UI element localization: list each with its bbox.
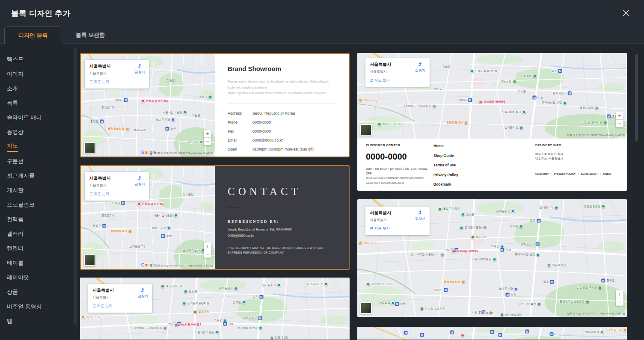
- map-pin-icon: [519, 126, 523, 129]
- map-pin-icon: [175, 323, 178, 326]
- map-label: 남산골 한옥마을: [582, 121, 607, 124]
- footer-menu-item: Home: [433, 144, 458, 148]
- map-label: 종로M: [530, 219, 540, 222]
- map-label: 서울시립미술관: [163, 110, 187, 114]
- contact-row-label: Open: [228, 147, 252, 151]
- design-card-map-contact[interactable]: 냉천동서대문M아트리움 바비엥2서울시립미술관충정로2가덕수궁길충정로M중림창설…: [80, 165, 350, 270]
- sidebar-item-7[interactable]: 지도: [0, 139, 79, 154]
- contact-row-value: 0000-0000: [252, 120, 271, 124]
- design-card-map-full[interactable]: 월암근린공원경희궁광화문광장인사동거리종묘광장공원청계천종로M돈의문박물관마을정…: [357, 199, 627, 317]
- tab-block-archive[interactable]: 블록 보관함: [62, 27, 119, 44]
- map-preview: MMMMMMM명동대성당사랑방칼국수: [357, 327, 627, 340]
- design-card-map-showroom[interactable]: 냉천동충정로1가정동길서대문M아트리움 바비엥2서울시립미술관덕수궁충정로2가충…: [80, 53, 350, 157]
- contact-row-value: 0000@0000.co.kr: [252, 138, 283, 142]
- tab-design-blocks[interactable]: 디자인 블록: [4, 27, 62, 44]
- sidebar-item-14[interactable]: 캘린더: [0, 241, 79, 256]
- sidebar-item-6[interactable]: 동영상: [0, 125, 79, 139]
- paragraph-line: Fusce mattis dictum orci, ac tincidunt m…: [228, 80, 329, 89]
- map-label: 봉래동1가: [134, 128, 146, 132]
- sidebar-item-16[interactable]: 레이아웃: [0, 270, 79, 285]
- sidebar-item-12[interactable]: 컨택폼: [0, 212, 79, 227]
- directions-icon: [417, 210, 423, 216]
- map-label: 남대문로5가: [129, 244, 145, 248]
- sidebar-item-4[interactable]: 목록: [0, 96, 79, 110]
- map-label: 청계천: [232, 300, 246, 304]
- sidebar-item-1[interactable]: 텍스트: [0, 52, 79, 67]
- map-label-text: 손기정 체육공원: [425, 307, 445, 310]
- sidebar-item-10[interactable]: 게시판: [0, 183, 79, 198]
- sidebar-item-3[interactable]: 소개: [0, 81, 79, 96]
- represented-by-label: REPRESENTED BY:: [228, 219, 336, 224]
- sidebar-item-15[interactable]: 테이블: [0, 256, 79, 270]
- metro-icon: M: [601, 278, 605, 282]
- map-label-text: 청계천: [523, 74, 532, 78]
- map-label: 정동공원: [500, 80, 516, 83]
- close-button[interactable]: [619, 6, 633, 21]
- sidebar-item-19[interactable]: 탭: [0, 314, 79, 328]
- map-zoom-control: +−: [204, 242, 211, 258]
- park-icon: [324, 282, 328, 286]
- sidebar-scrollbar[interactable]: [74, 48, 77, 325]
- map-label: 헤비사이드: [81, 315, 100, 319]
- map-label-text: 남산골 한옥마을: [582, 121, 602, 124]
- sidebar-item-18[interactable]: 비주얼 동영상: [0, 299, 79, 314]
- sidebar-item-label: 구분선: [7, 157, 24, 165]
- map-label: M: [450, 331, 454, 334]
- map-pin-icon: [471, 69, 474, 73]
- directions-block: 길찾기: [138, 287, 148, 300]
- map-label-text: 경기대학교 서울캠퍼스: [134, 326, 162, 330]
- map-label-text: 인사동거리: [262, 283, 276, 287]
- sidebar-item-9[interactable]: 최근게시물: [0, 169, 79, 183]
- metro-icon: M: [103, 224, 107, 228]
- design-card-map-strip[interactable]: MMMMMMM명동대성당사랑방칼국수: [357, 327, 627, 340]
- map-pin-icon: [441, 253, 444, 256]
- directions-icon: [417, 62, 423, 67]
- map-pin-icon: [600, 330, 604, 334]
- map-preview: 교남동돈의문박물관마을정동공원청계천종로M냉천동서대문M아트리움 바비엥2경기대…: [357, 53, 627, 139]
- map-label-text: 아트리움 바비엥2: [142, 202, 164, 206]
- map-label: 영수어린이공원: [367, 282, 391, 286]
- sidebar-item-17[interactable]: 상품: [0, 285, 79, 299]
- view-larger-map-link: 큰 지도 보기: [89, 192, 145, 197]
- map-label-text: 정동길: [166, 79, 175, 83]
- sidebar-item-5[interactable]: 슬라이드 배너: [0, 110, 79, 125]
- sidebar-item-11[interactable]: 프로필링크: [0, 198, 79, 212]
- sidebar-item-label: 레이아웃: [7, 274, 29, 281]
- contact-row-value: 0000-0000: [252, 129, 271, 133]
- sidebar-item-13[interactable]: 갤러리: [0, 227, 79, 241]
- map-label: M: [420, 333, 424, 337]
- map-label-text: 덕수궁: [518, 90, 526, 94]
- design-card-map-wide[interactable]: 월암근린공원경희궁광화문광장인사동거리종묘광장공원청계천종로M돈의문박물관마을정…: [80, 278, 350, 340]
- metro-icon: M: [223, 322, 227, 325]
- map-pin-icon: [392, 301, 395, 305]
- contact-row: Email0000@0000.co.kr: [228, 138, 336, 142]
- sidebar-item-2[interactable]: 이미지: [0, 67, 79, 81]
- map-pin-icon: [277, 284, 281, 287]
- map-label-text: 서울시립미술관: [195, 330, 214, 334]
- map-label-text: 덕수궁: [491, 245, 499, 248]
- info-window-row: 서울특별시서울특별시길찾기: [370, 62, 425, 74]
- map-label-text: 아트리움 바비엥2: [179, 323, 201, 327]
- map-label-text: 을지로입구: [520, 242, 534, 246]
- map-pin-icon: [234, 287, 237, 290]
- map-label-text: 청계천: [232, 300, 241, 304]
- map-label-text: 충정로2가: [101, 213, 114, 217]
- map-zoom-control: +−: [204, 130, 211, 145]
- park-icon: [602, 205, 605, 208]
- contact-row: Plone0000-0000: [228, 120, 336, 124]
- content-scrollbar[interactable]: [635, 54, 638, 142]
- map-pin-icon: [359, 98, 362, 102]
- map-pin-icon: [141, 99, 145, 103]
- map-label: 서울천년타임캡슐광장: [557, 300, 589, 304]
- map-label-text: 종로: [252, 295, 258, 299]
- map-info-window: 서울특별시서울특별시길찾기큰 지도 보기: [365, 207, 430, 235]
- map-label-text: 종묘광장공원: [306, 282, 323, 286]
- sidebar-item-8[interactable]: 구분선: [0, 154, 79, 169]
- map-pin-icon: [493, 257, 496, 261]
- directions-link: 길찾기: [138, 294, 148, 299]
- map-pin-icon: [242, 301, 246, 304]
- map-label: 충정로2가: [101, 213, 114, 217]
- map-label-text: 남산 케이블카: [519, 302, 536, 306]
- map-label: 돈의문박물관마을: [471, 69, 498, 73]
- design-card-map-footer[interactable]: 교남동돈의문박물관마을정동공원청계천종로M냉천동서대문M아트리움 바비엥2경기대…: [357, 53, 627, 191]
